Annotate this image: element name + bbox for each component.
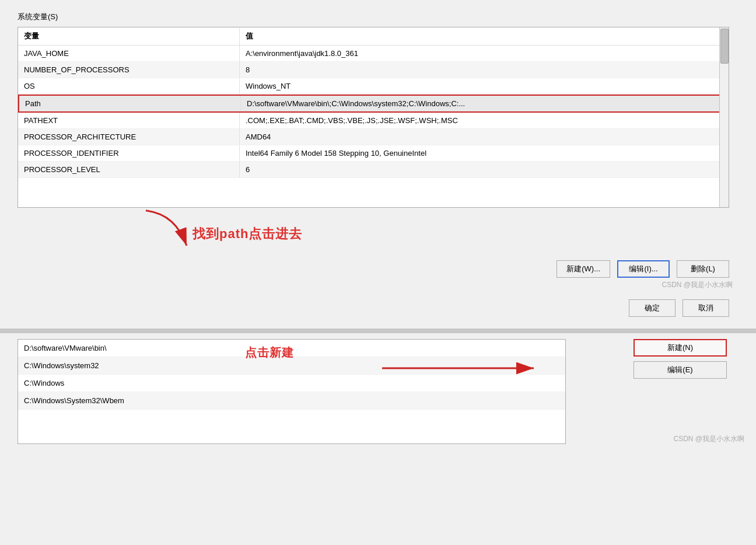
var-cell: PATHEXT xyxy=(18,113,240,128)
scrollbar[interactable] xyxy=(719,27,729,207)
val-cell: Windows_NT xyxy=(240,78,729,94)
path-row[interactable]: C:\Windows\System32\Wbem xyxy=(18,392,565,410)
var-cell: PROCESSOR_ARCHITECTURE xyxy=(18,129,240,145)
scrollbar-thumb[interactable] xyxy=(720,29,729,64)
edit-path-button[interactable]: 编辑(E) xyxy=(634,361,727,379)
table-row[interactable]: NUMBER_OF_PROCESSORS8 xyxy=(18,62,729,78)
delete-button[interactable]: 删除(L) xyxy=(677,260,729,278)
var-cell: OS xyxy=(18,78,240,94)
side-buttons: 新建(N) 编辑(E) xyxy=(634,339,738,444)
path-arrow-icon xyxy=(134,208,204,254)
system-variables-table: 变量 值 JAVA_HOMEA:\environment\java\jdk1.8… xyxy=(18,27,729,208)
button-row: 新建(W)... 编辑(I)... 删除(L) xyxy=(18,260,738,278)
annotation-text: 找到path点击进去 xyxy=(192,225,302,243)
val-cell: 6 xyxy=(240,162,729,177)
var-cell: Path xyxy=(19,96,241,111)
var-cell: NUMBER_OF_PROCESSORS xyxy=(18,62,240,78)
col-val-header: 值 xyxy=(240,27,729,45)
annotation-text-2: 点击新建 xyxy=(245,345,294,361)
confirm-row: 确定 取消 xyxy=(18,299,738,317)
cancel-button[interactable]: 取消 xyxy=(682,299,729,317)
val-cell: A:\environment\java\jdk1.8.0_361 xyxy=(240,46,729,61)
new-path-button[interactable]: 新建(N) xyxy=(634,339,727,357)
table-header: 变量 值 xyxy=(18,27,729,46)
confirm-button[interactable]: 确定 xyxy=(629,299,676,317)
var-cell: PROCESSOR_IDENTIFIER xyxy=(18,145,240,161)
section-title: 系统变量(S) xyxy=(18,12,738,22)
watermark-top: CSDN @我是小水水啊 xyxy=(18,280,738,290)
new-button[interactable]: 新建(W)... xyxy=(556,260,610,278)
var-cell: JAVA_HOME xyxy=(18,46,240,61)
path-edit-section: D:\software\VMware\bin\C:\Windows\system… xyxy=(0,333,756,450)
col-var-header: 变量 xyxy=(18,27,240,45)
val-cell: 8 xyxy=(240,62,729,78)
val-cell: Intel64 Family 6 Model 158 Stepping 10, … xyxy=(240,145,729,161)
table-row[interactable]: OSWindows_NT xyxy=(18,78,729,95)
val-cell: .COM;.EXE;.BAT;.CMD;.VBS;.VBE;.JS;.JSE;.… xyxy=(240,113,729,128)
val-cell: D:\software\VMware\bin\;C:\Windows\syste… xyxy=(241,96,727,111)
table-row[interactable]: PROCESSOR_LEVEL6 xyxy=(18,162,729,178)
watermark-bottom: CSDN @我是小水水啊 xyxy=(673,434,744,444)
table-row[interactable]: PROCESSOR_ARCHITECTUREAMD64 xyxy=(18,129,729,145)
table-row[interactable]: PathD:\software\VMware\bin\;C:\Windows\s… xyxy=(18,95,729,113)
system-variables-section: 系统变量(S) 变量 值 JAVA_HOMEA:\environment\jav… xyxy=(0,0,756,333)
new-arrow-icon xyxy=(379,354,542,383)
table-row[interactable]: PROCESSOR_IDENTIFIERIntel64 Family 6 Mod… xyxy=(18,145,729,162)
var-cell: PROCESSOR_LEVEL xyxy=(18,162,240,177)
table-row[interactable]: PATHEXT.COM;.EXE;.BAT;.CMD;.VBS;.VBE;.JS… xyxy=(18,113,729,129)
table-body: JAVA_HOMEA:\environment\java\jdk1.8.0_36… xyxy=(18,46,729,178)
table-row[interactable]: JAVA_HOMEA:\environment\java\jdk1.8.0_36… xyxy=(18,46,729,62)
edit-button[interactable]: 编辑(I)... xyxy=(617,260,670,278)
val-cell: AMD64 xyxy=(240,129,729,145)
arrow-annotation-area: 找到path点击进去 xyxy=(18,208,738,254)
